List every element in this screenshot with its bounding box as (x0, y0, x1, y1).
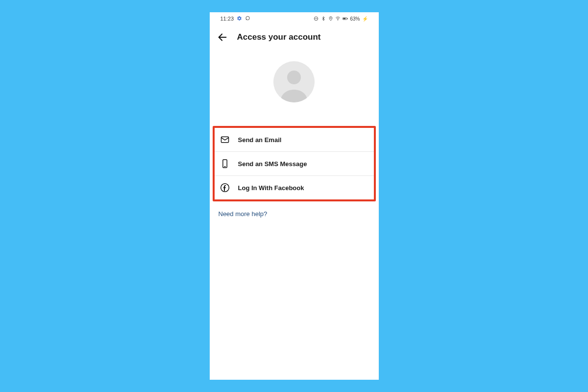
location-icon (328, 16, 333, 22)
gear-icon (237, 16, 242, 22)
option-label: Log In With Facebook (238, 184, 304, 192)
svg-point-10 (287, 71, 301, 84)
options-highlight: Send an Email Send an SMS Message Log In… (213, 126, 376, 201)
back-button[interactable] (217, 31, 228, 43)
facebook-icon (220, 182, 230, 193)
email-icon (220, 134, 230, 145)
svg-point-3 (330, 18, 331, 19)
option-send-sms[interactable]: Send an SMS Message (215, 152, 374, 176)
status-time: 11:23 (220, 16, 234, 22)
status-left: 11:23 (220, 16, 251, 22)
wifi-icon (335, 16, 341, 22)
bluetooth-icon (320, 16, 326, 22)
avatar-section (210, 49, 379, 126)
svg-rect-7 (343, 18, 346, 20)
whatsapp-icon (245, 16, 250, 22)
dnd-icon (313, 16, 318, 22)
option-send-email[interactable]: Send an Email (215, 128, 374, 152)
svg-point-4 (338, 20, 339, 21)
phone-frame: 11:23 63% ⚡ (210, 12, 379, 380)
app-bar: Access your account (210, 25, 379, 49)
need-more-help-link[interactable]: Need more help? (219, 210, 268, 218)
option-label: Send an SMS Message (238, 160, 307, 168)
phone-icon (220, 158, 230, 169)
avatar (273, 61, 315, 102)
status-right: 63% ⚡ (313, 16, 368, 22)
bolt-icon: ⚡ (362, 16, 368, 22)
battery-percent: 63% (350, 16, 360, 22)
battery-icon (343, 16, 348, 22)
svg-rect-6 (347, 18, 348, 19)
option-login-facebook[interactable]: Log In With Facebook (215, 176, 374, 199)
page-title: Access your account (237, 32, 321, 42)
option-label: Send an Email (238, 136, 282, 144)
status-bar: 11:23 63% ⚡ (210, 12, 379, 25)
